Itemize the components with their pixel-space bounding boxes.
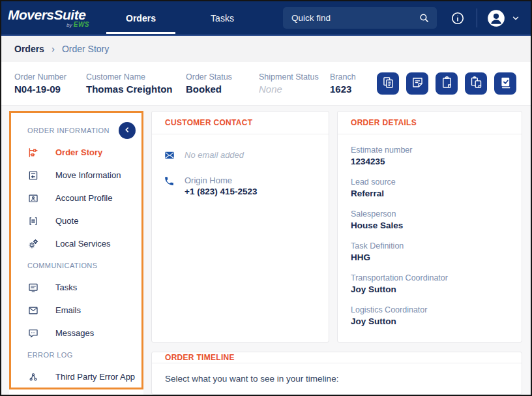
breadcrumb-orders[interactable]: Orders	[14, 44, 44, 54]
customer-name-field: Customer Name Thomas Creighton	[86, 72, 186, 95]
email-icon	[164, 149, 175, 161]
no-email-text: No email added	[185, 150, 244, 160]
chevron-left-icon	[123, 125, 132, 136]
sidebar-item-tasks[interactable]: Tasks	[9, 276, 143, 299]
breadcrumb-current: Order Story	[62, 44, 109, 54]
branch-field: Branch 1623	[330, 72, 356, 95]
shipment-status-value: None	[259, 84, 330, 95]
sidebar-item-move-information[interactable]: Move Information	[9, 164, 143, 187]
email-row: No email added	[164, 149, 317, 161]
order-status-field: Order Status Booked	[186, 72, 259, 95]
order-timeline-header: ORDER TIMELINE	[152, 352, 522, 363]
order-status-value: Booked	[186, 84, 259, 95]
phone-number[interactable]: +1 (823) 415-2523	[185, 186, 257, 197]
order-details-card: ORDER DETAILS Estimate number 1234235 Le…	[337, 111, 522, 343]
sidebar-collapse-button[interactable]	[119, 122, 136, 139]
info-icon[interactable]	[451, 11, 465, 25]
sidebar-item-quote[interactable]: Quote	[9, 209, 143, 232]
order-details-header: ORDER DETAILS	[338, 112, 522, 134]
account-profile-icon	[27, 192, 39, 204]
top-navbar: MoversSuite by EWS Orders Tasks	[1, 1, 531, 36]
quick-find-search[interactable]	[283, 7, 437, 29]
tasks-icon	[27, 282, 39, 294]
order-details-body: Estimate number 1234235 Lead source Refe…	[338, 134, 522, 343]
phone-label: Origin Home	[185, 175, 257, 186]
app-logo: MoversSuite by EWS	[8, 8, 89, 28]
order-timeline-body: Select what you want to see in your time…	[152, 363, 522, 394]
clipboard-copy-icon	[469, 76, 483, 91]
app-window: MoversSuite by EWS Orders Tasks	[0, 0, 532, 396]
copy-order-button[interactable]	[377, 72, 399, 95]
quick-find-input[interactable]	[291, 13, 419, 23]
order-action-buttons	[377, 72, 516, 95]
sidebar-item-third-party-error-app[interactable]: Third Party Error App	[9, 365, 143, 388]
phone-icon	[164, 175, 175, 187]
task-definition-field: Task Definition HHG	[351, 241, 509, 263]
main-area: ORDER INFORMATION	[1, 106, 531, 395]
order-number-field: Order Number N04-19-09	[14, 72, 86, 95]
timeline-prompt: Select what you want to see in your time…	[165, 374, 338, 384]
order-summary-bar: Order Number N04-19-09 Customer Name Tho…	[1, 62, 531, 106]
order-sidebar: ORDER INFORMATION	[9, 111, 143, 395]
local-services-icon	[27, 238, 39, 250]
phone-row: Origin Home +1 (823) 415-2523	[164, 175, 317, 197]
sidebar-item-messages[interactable]: Messages	[9, 322, 143, 344]
quote-icon	[27, 215, 39, 227]
sidebar-item-local-services[interactable]: Local Services	[9, 232, 143, 255]
order-details-title: ORDER DETAILS	[351, 118, 417, 127]
emails-icon	[27, 305, 39, 316]
book-check-icon	[499, 76, 512, 91]
branch-value: 1623	[330, 84, 356, 95]
order-notes-button[interactable]	[406, 72, 428, 95]
order-story-icon	[27, 147, 39, 159]
section-order-information: ORDER INFORMATION	[9, 120, 143, 141]
cards-row: CUSTOMER CONTACT No email added	[151, 111, 522, 343]
brand-wordmark: MoversSuite	[8, 8, 89, 22]
transportation-coordinator-field: Transportation Coordinator Joy Sutton	[351, 273, 509, 295]
order-journal-button[interactable]	[494, 72, 516, 95]
sidebar-item-order-story[interactable]: Order Story	[9, 141, 143, 164]
paste-clipboard-button[interactable]	[465, 72, 487, 95]
search-icon[interactable]	[419, 12, 430, 23]
content-area: CUSTOMER CONTACT No email added	[151, 111, 522, 395]
lead-source-field: Lead source Referral	[351, 177, 509, 199]
logistics-coordinator-field: Logistics Coordinator Joy Sutton	[351, 305, 509, 327]
account-menu-chevron-icon[interactable]	[511, 14, 520, 23]
customer-name-value: Thomas Creighton	[86, 84, 186, 95]
customer-contact-title: CUSTOMER CONTACT	[165, 118, 252, 127]
third-party-error-icon	[27, 371, 39, 383]
user-avatar-icon[interactable]	[487, 9, 505, 27]
note-icon	[411, 76, 424, 91]
order-timeline-title: ORDER TIMELINE	[165, 353, 235, 362]
clipboard-button[interactable]	[436, 72, 458, 95]
brand-byline: by EWS	[66, 21, 89, 28]
clipboard-icon	[440, 76, 454, 91]
breadcrumb-separator: ›	[52, 44, 55, 55]
shipment-status-field: Shipment Status None	[259, 72, 330, 95]
section-communications: COMMUNICATIONS	[9, 255, 143, 276]
sidebar-item-account-profile[interactable]: Account Profile	[9, 187, 143, 209]
navbar-divider	[477, 8, 477, 27]
tab-tasks[interactable]: Tasks	[186, 1, 258, 35]
customer-contact-header: CUSTOMER CONTACT	[152, 112, 329, 134]
order-number-value: N04-19-09	[14, 84, 86, 95]
phone-info: Origin Home +1 (823) 415-2523	[185, 175, 257, 197]
order-timeline-card: ORDER TIMELINE Select what you want to s…	[151, 352, 522, 395]
estimate-number-field: Estimate number 1234235	[351, 145, 509, 167]
tab-orders[interactable]: Orders	[105, 1, 177, 35]
salesperson-field: Salesperson House Sales	[351, 209, 509, 231]
messages-icon	[27, 327, 39, 339]
customer-contact-card: CUSTOMER CONTACT No email added	[151, 111, 329, 343]
sidebar-item-emails[interactable]: Emails	[9, 299, 143, 322]
breadcrumb: Orders › Order Story	[1, 36, 531, 62]
section-error-log: ERROR LOG	[9, 344, 143, 365]
move-information-icon	[27, 170, 39, 181]
copy-icon	[381, 76, 395, 91]
customer-contact-body: No email added Origin Home +1 (823) 415-…	[152, 134, 329, 225]
